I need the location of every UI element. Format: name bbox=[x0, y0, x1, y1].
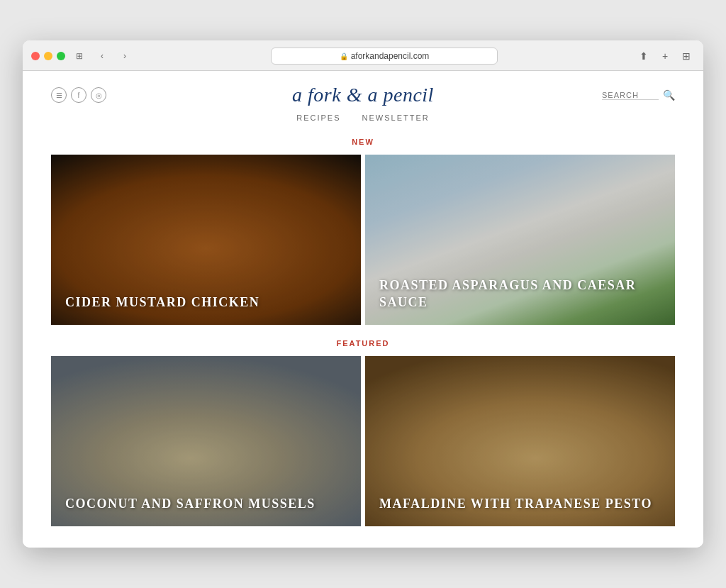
site-content: ☰ f ◎ a fork & a pencil 🔍 RECIPES NEWSLE… bbox=[23, 71, 703, 548]
facebook-icon[interactable]: f bbox=[71, 87, 86, 103]
asparagus-overlay: ROASTED ASPARAGUS AND CAESAR SAUCE bbox=[365, 155, 675, 325]
chrome-right-controls: ⬆ + ⊞ bbox=[635, 49, 695, 63]
nav-newsletter[interactable]: NEWSLETTER bbox=[362, 113, 430, 122]
recipe-card-chicken[interactable]: CIDER MUSTARD CHICKEN bbox=[51, 155, 361, 325]
pasta-title: MAFALDINE WITH TRAPANESE PESTO bbox=[379, 496, 652, 512]
rss-icon[interactable]: ☰ bbox=[51, 87, 67, 103]
section-spacer-1 bbox=[23, 325, 703, 333]
recipe-card-mussels[interactable]: COCONUT AND SAFFRON MUSSELS bbox=[51, 356, 361, 526]
address-bar[interactable]: 🔒 aforkandapencil.com bbox=[271, 48, 498, 65]
traffic-lights bbox=[31, 52, 65, 60]
search-area: 🔍 bbox=[602, 89, 675, 101]
back-button[interactable]: ‹ bbox=[94, 49, 111, 63]
site-nav: RECIPES NEWSLETTER bbox=[23, 106, 703, 132]
url-text: aforkandapencil.com bbox=[351, 51, 430, 61]
social-icons: ☰ f ◎ bbox=[51, 87, 106, 103]
featured-recipe-grid: COCONUT AND SAFFRON MUSSELS MAFALDINE WI… bbox=[23, 356, 703, 526]
maximize-button[interactable] bbox=[57, 52, 65, 60]
featured-section-label: FEATURED bbox=[23, 333, 703, 356]
new-tab-button[interactable]: + bbox=[657, 49, 674, 63]
forward-button[interactable]: › bbox=[116, 49, 133, 63]
minimize-button[interactable] bbox=[44, 52, 52, 60]
site-title: a fork & a pencil bbox=[292, 84, 434, 106]
address-bar-wrap: 🔒 aforkandapencil.com bbox=[139, 48, 630, 65]
browser-window: ⊞ ‹ › 🔒 aforkandapencil.com ⬆ + ⊞ ☰ bbox=[23, 40, 703, 548]
close-button[interactable] bbox=[31, 52, 40, 60]
bottom-spacer bbox=[23, 526, 703, 548]
sidebar-toggle-button[interactable]: ⊞ bbox=[71, 49, 88, 63]
pasta-overlay: MAFALDINE WITH TRAPANESE PESTO bbox=[365, 356, 675, 526]
new-section-label: NEW bbox=[23, 132, 703, 155]
site-header: ☰ f ◎ a fork & a pencil 🔍 bbox=[23, 71, 703, 106]
tab-overview-button[interactable]: ⊞ bbox=[678, 49, 695, 63]
mussels-title: COCONUT AND SAFFRON MUSSELS bbox=[65, 496, 315, 512]
new-recipe-grid: CIDER MUSTARD CHICKEN ROASTED ASPARAGUS … bbox=[23, 155, 703, 325]
nav-recipes[interactable]: RECIPES bbox=[296, 113, 340, 122]
lock-icon: 🔒 bbox=[340, 52, 348, 60]
search-input[interactable] bbox=[602, 91, 659, 100]
instagram-icon[interactable]: ◎ bbox=[91, 87, 106, 103]
browser-chrome: ⊞ ‹ › 🔒 aforkandapencil.com ⬆ + ⊞ bbox=[23, 40, 703, 71]
mussels-overlay: COCONUT AND SAFFRON MUSSELS bbox=[51, 356, 361, 526]
recipe-card-asparagus[interactable]: ROASTED ASPARAGUS AND CAESAR SAUCE bbox=[365, 155, 675, 325]
chicken-title: CIDER MUSTARD CHICKEN bbox=[65, 294, 259, 311]
chicken-overlay: CIDER MUSTARD CHICKEN bbox=[51, 155, 361, 325]
asparagus-title: ROASTED ASPARAGUS AND CAESAR SAUCE bbox=[379, 277, 661, 311]
search-button[interactable]: 🔍 bbox=[663, 89, 675, 101]
recipe-card-pasta[interactable]: MAFALDINE WITH TRAPANESE PESTO bbox=[365, 356, 675, 526]
share-button[interactable]: ⬆ bbox=[635, 49, 652, 63]
